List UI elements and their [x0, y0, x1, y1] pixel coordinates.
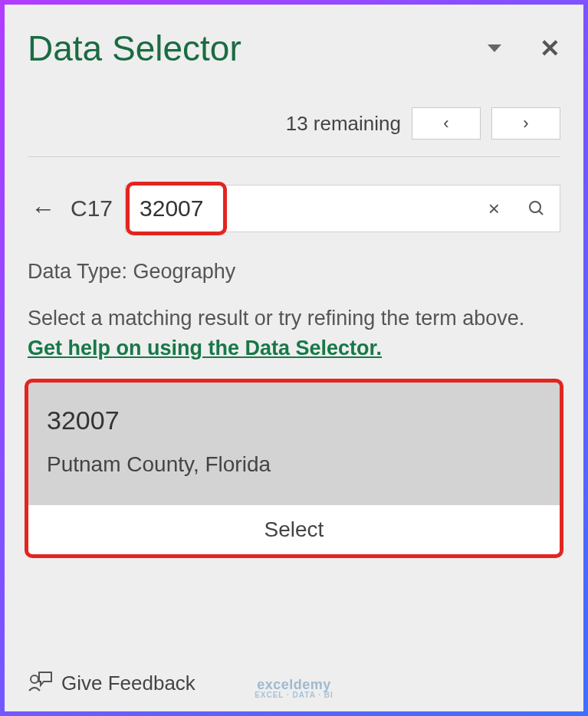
header: Data Selector ✕ [28, 28, 560, 69]
search-row: ← C17 × [28, 185, 560, 232]
dropdown-caret-icon[interactable] [488, 44, 501, 52]
result-card[interactable]: 32007 Putnam County, Florida Select [28, 382, 560, 555]
watermark-top: exceldemy [255, 678, 333, 691]
feedback-icon [28, 669, 54, 698]
header-controls: ✕ [488, 36, 560, 61]
clear-search-icon[interactable]: × [475, 197, 514, 221]
svg-point-0 [530, 202, 540, 212]
svg-line-1 [539, 211, 543, 215]
data-type-label: Data Type: Geography [28, 260, 560, 284]
watermark: exceldemy EXCEL · DATA · BI [255, 678, 333, 699]
remaining-row: 13 remaining ‹ › [28, 107, 560, 140]
search-input[interactable] [126, 186, 475, 232]
panel-title: Data Selector [28, 28, 241, 69]
next-button[interactable]: › [491, 107, 560, 140]
prev-button[interactable]: ‹ [412, 107, 481, 140]
result-container: 32007 Putnam County, Florida Select [28, 382, 560, 555]
close-icon[interactable]: ✕ [540, 36, 560, 61]
result-body: 32007 Putnam County, Florida [28, 383, 560, 504]
svg-point-2 [31, 675, 38, 683]
help-link[interactable]: Get help on using the Data Selector. [28, 337, 560, 360]
search-icon[interactable] [514, 199, 560, 218]
cell-reference: C17 [71, 195, 113, 222]
data-selector-panel: Data Selector ✕ 13 remaining ‹ › ← C17 × [5, 5, 583, 711]
back-arrow-icon[interactable]: ← [28, 195, 58, 223]
remaining-count: 13 remaining [286, 112, 401, 136]
search-field-wrap: × [125, 185, 560, 232]
instruction-text: Select a matching result or try refining… [28, 305, 560, 332]
footer: Give Feedback exceldemy EXCEL · DATA · B… [28, 669, 560, 698]
watermark-bottom: EXCEL · DATA · BI [255, 691, 333, 699]
result-subtitle: Putnam County, Florida [47, 452, 541, 477]
divider [28, 156, 560, 157]
select-button[interactable]: Select [28, 504, 560, 554]
result-title: 32007 [47, 406, 541, 435]
feedback-link[interactable]: Give Feedback [61, 672, 195, 695]
